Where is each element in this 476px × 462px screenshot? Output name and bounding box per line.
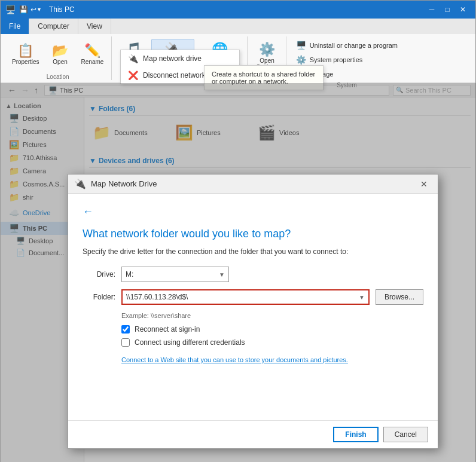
tab-view[interactable]: View: [78, 19, 111, 34]
dropdown-map-icon: 🔌: [128, 54, 138, 63]
properties-icon: 📋: [17, 44, 33, 57]
drive-value: M:: [126, 270, 133, 279]
dialog-back-button[interactable]: ←: [83, 206, 93, 218]
drive-dropdown-arrow: ▼: [219, 271, 225, 278]
folder-value: \\157.60.113.28\d$\: [126, 293, 188, 301]
properties-button[interactable]: 📋 Properties: [8, 36, 44, 72]
quick-save-icon[interactable]: 💾: [19, 5, 28, 14]
tab-file[interactable]: File: [1, 19, 29, 34]
reconnect-label: Reconnect at sign-in: [135, 325, 200, 334]
rename-icon: ✏️: [84, 44, 100, 57]
uninstall-icon: 🖥️: [296, 41, 306, 50]
window-title: This PC: [49, 5, 424, 14]
cancel-button[interactable]: Cancel: [383, 427, 428, 442]
window-icon: 🖥️: [5, 5, 16, 14]
dialog-title-text: Map Network Drive: [91, 179, 416, 188]
dialog-title-icon: 🔌: [74, 178, 86, 189]
open-icon: 📂: [52, 44, 68, 57]
dialog-close-button[interactable]: ✕: [416, 178, 432, 190]
drive-label: Drive:: [83, 270, 115, 279]
system-properties-icon: ⚙️: [296, 55, 306, 65]
different-creds-label: Connect using different credentials: [135, 338, 245, 347]
different-creds-checkbox[interactable]: [121, 338, 130, 347]
dropdown-disconnect-icon: ❌: [128, 71, 138, 80]
finish-button[interactable]: Finish: [333, 427, 378, 442]
maximize-button[interactable]: □: [440, 4, 455, 16]
minimize-button[interactable]: ─: [424, 4, 440, 16]
dialog-subtext: Specify the drive letter for the connect…: [83, 246, 423, 257]
web-site-link[interactable]: Connect to a Web site that you can use t…: [121, 356, 423, 363]
folder-label: Folder:: [83, 293, 115, 301]
folder-dropdown-arrow: ▼: [359, 294, 365, 301]
dropdown-map-network[interactable]: 🔌 Map network drive: [121, 50, 239, 67]
drive-dropdown[interactable]: M: ▼: [121, 267, 229, 282]
system-properties-button[interactable]: ⚙️ System properties: [291, 53, 402, 66]
browse-button[interactable]: Browse...: [376, 289, 423, 305]
reconnect-checkbox[interactable]: [121, 325, 130, 334]
quick-undo-icon[interactable]: ↩: [30, 5, 36, 14]
settings-icon: ⚙️: [259, 43, 275, 56]
folder-input[interactable]: \\157.60.113.28\d$\ ▼: [121, 289, 370, 305]
quick-dropdown-icon[interactable]: ▼: [36, 7, 42, 13]
dialog-heading: What network folder would you like to ma…: [83, 228, 423, 240]
open-button[interactable]: 📂 Open: [46, 36, 75, 72]
rename-button[interactable]: ✏️ Rename: [77, 36, 108, 72]
folder-example: Example: \\server\share: [121, 312, 423, 319]
close-button[interactable]: ✕: [455, 4, 471, 16]
map-network-drive-dialog: 🔌 Map Network Drive ✕ ← What network fol…: [68, 174, 438, 449]
uninstall-button[interactable]: 🖥️ Uninstall or change a program: [291, 39, 402, 52]
tab-computer[interactable]: Computer: [29, 19, 78, 34]
